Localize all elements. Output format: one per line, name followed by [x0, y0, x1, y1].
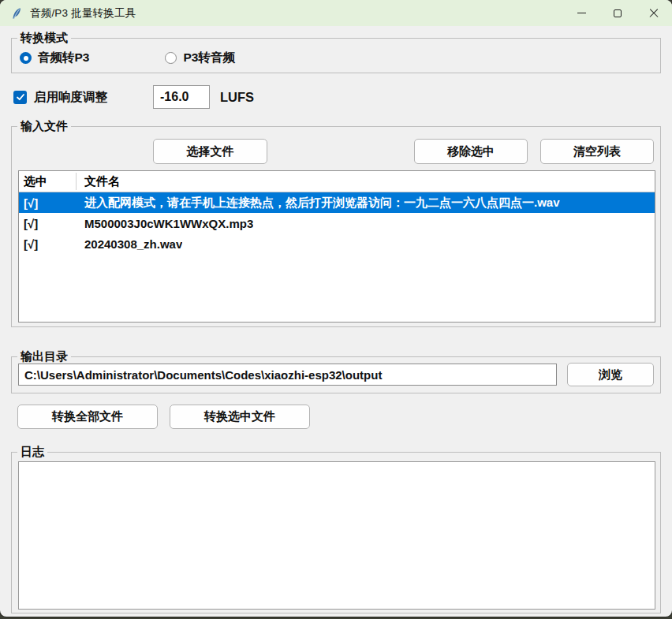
- file-table-row[interactable]: [√]进入配网模式，请在手机上连接热点，然后打开浏览器访问：一九二点一六八点四点…: [19, 192, 655, 213]
- title-bar[interactable]: 音频/P3 批量转换工具: [0, 0, 672, 26]
- window-title: 音频/P3 批量转换工具: [30, 6, 136, 21]
- loudness-checkbox[interactable]: [13, 91, 27, 104]
- output-path-input[interactable]: [18, 364, 557, 386]
- file-name-cell[interactable]: 20240308_zh.wav: [77, 237, 182, 251]
- browse-button[interactable]: 浏览: [567, 363, 654, 386]
- maximize-icon: [614, 9, 622, 17]
- column-header-filename: 文件名: [77, 174, 120, 189]
- file-name-cell[interactable]: 进入配网模式，请在手机上连接热点，然后打开浏览器访问：一九二点一六八点四点一.w…: [77, 196, 560, 211]
- close-button[interactable]: [636, 0, 672, 26]
- radio-p3-to-audio-label: P3转音频: [183, 50, 234, 66]
- remove-selected-button[interactable]: 移除选中: [414, 139, 528, 164]
- close-icon: [649, 9, 659, 18]
- radio-selected-icon: [20, 52, 32, 64]
- lufs-value-input[interactable]: [153, 85, 210, 109]
- file-checked-cell[interactable]: [√]: [19, 196, 77, 210]
- select-files-button[interactable]: 选择文件: [153, 139, 267, 164]
- log-label: 日志: [17, 444, 47, 460]
- conversion-mode-group: 转换模式 音频转P3 P3转音频: [11, 38, 661, 73]
- conversion-mode-label: 转换模式: [17, 30, 71, 46]
- file-checked-cell[interactable]: [√]: [19, 217, 77, 230]
- convert-selected-button[interactable]: 转换选中文件: [170, 405, 310, 429]
- check-icon: [16, 92, 25, 102]
- log-group: 日志: [11, 452, 661, 613]
- file-list-table[interactable]: 选中 文件名 [√]进入配网模式，请在手机上连接热点，然后打开浏览器访问：一九二…: [18, 170, 655, 323]
- loudness-row: 启用响度调整 LUFS: [13, 84, 254, 110]
- input-files-label: 输入文件: [17, 118, 71, 134]
- file-checked-cell[interactable]: [√]: [19, 237, 77, 251]
- column-divider: [76, 173, 77, 190]
- radio-audio-to-p3-label: 音频转P3: [38, 50, 89, 66]
- column-header-selected: 选中: [19, 174, 77, 189]
- radio-p3-to-audio[interactable]: P3转音频: [165, 50, 234, 66]
- file-name-cell[interactable]: M500003J0cWK1WWxQX.mp3: [77, 217, 253, 230]
- maximize-button[interactable]: [599, 0, 636, 26]
- output-dir-group: 输出目录 浏览: [11, 356, 661, 393]
- minimize-icon: [577, 13, 586, 13]
- python-icon: [10, 7, 23, 20]
- lufs-unit-label: LUFS: [220, 90, 254, 105]
- clear-list-button[interactable]: 清空列表: [540, 139, 654, 164]
- radio-audio-to-p3[interactable]: 音频转P3: [20, 50, 89, 66]
- minimize-button[interactable]: [563, 0, 599, 26]
- file-table-row[interactable]: [√]20240308_zh.wav: [19, 233, 655, 254]
- file-table-row[interactable]: [√]M500003J0cWK1WWxQX.mp3: [19, 213, 655, 233]
- file-table-rows: [√]进入配网模式，请在手机上连接热点，然后打开浏览器访问：一九二点一六八点四点…: [19, 192, 655, 254]
- loudness-checkbox-label: 启用响度调整: [34, 89, 107, 106]
- file-table-header: 选中 文件名: [19, 171, 655, 192]
- app-window: 音频/P3 批量转换工具 转换模式 音频转P3 P3转音频 启用响度调整: [0, 0, 672, 617]
- convert-all-button[interactable]: 转换全部文件: [17, 405, 158, 429]
- output-dir-label: 输出目录: [17, 349, 71, 364]
- log-textarea[interactable]: [18, 461, 655, 610]
- input-files-group: 输入文件 选择文件 移除选中 清空列表 选中 文件名 [√]进入配网模式，请在手…: [11, 126, 661, 327]
- radio-unselected-icon: [165, 52, 177, 64]
